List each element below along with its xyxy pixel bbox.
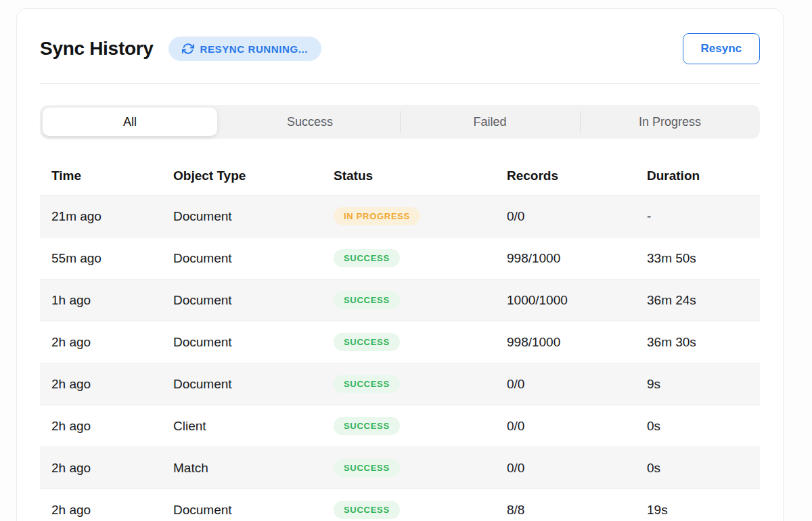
cell-time: 1h ago xyxy=(51,293,173,308)
status-badge: IN PROGRESS xyxy=(334,207,420,225)
cell-duration: 36m 24s xyxy=(647,293,760,308)
status-badge: SUCCESS xyxy=(334,459,400,477)
cell-duration: 19s xyxy=(647,503,760,518)
page-title: Sync History xyxy=(40,38,154,60)
cell-object-type: Client xyxy=(173,419,334,434)
status-badge: SUCCESS xyxy=(334,291,400,309)
table-row[interactable]: 2h ago Match SUCCESS 0/0 0s xyxy=(40,447,760,489)
cell-status: SUCCESS xyxy=(334,333,507,351)
cell-object-type: Document xyxy=(173,503,334,518)
resync-button[interactable]: Resync xyxy=(683,33,760,64)
tab-all[interactable]: All xyxy=(43,108,217,136)
status-badge: SUCCESS xyxy=(334,333,400,351)
table-row[interactable]: 2h ago Document SUCCESS 0/0 9s xyxy=(40,363,760,405)
cell-time: 21m ago xyxy=(51,209,173,224)
cell-object-type: Document xyxy=(173,209,334,224)
filter-tabbar: All Success Failed In Progress xyxy=(40,105,760,139)
column-header-records: Records xyxy=(507,168,647,183)
header-divider xyxy=(40,83,760,84)
cell-duration: 33m 50s xyxy=(647,251,760,266)
cell-records: 8/8 xyxy=(507,503,647,518)
table-row[interactable]: 21m ago Document IN PROGRESS 0/0 - xyxy=(40,195,760,237)
tab-in-progress[interactable]: In Progress xyxy=(580,105,760,139)
tab-failed[interactable]: Failed xyxy=(400,105,580,139)
cell-time: 2h ago xyxy=(51,377,173,392)
cell-records: 998/1000 xyxy=(507,251,647,266)
table-row[interactable]: 2h ago Document SUCCESS 8/8 19s xyxy=(40,489,760,521)
cell-duration: 0s xyxy=(647,419,760,434)
sync-icon xyxy=(182,43,194,55)
cell-object-type: Document xyxy=(173,251,334,266)
table-row[interactable]: 2h ago Client SUCCESS 0/0 0s xyxy=(40,405,760,447)
resync-running-label: RESYNC RUNNING... xyxy=(200,43,308,55)
cell-object-type: Document xyxy=(173,293,334,308)
cell-status: SUCCESS xyxy=(334,459,507,477)
table-row[interactable]: 2h ago Document SUCCESS 998/1000 36m 30s xyxy=(40,321,760,363)
cell-status: IN PROGRESS xyxy=(334,207,507,225)
cell-object-type: Match xyxy=(173,461,334,476)
status-badge: SUCCESS xyxy=(334,501,400,519)
cell-records: 0/0 xyxy=(507,461,647,476)
tab-success[interactable]: Success xyxy=(220,105,400,139)
sync-history-card: Sync History RESYNC RUNNING... Resync Al… xyxy=(16,8,784,521)
cell-records: 0/0 xyxy=(507,209,647,224)
cell-status: SUCCESS xyxy=(334,375,507,393)
cell-records: 0/0 xyxy=(507,377,647,392)
cell-object-type: Document xyxy=(173,335,334,350)
cell-records: 1000/1000 xyxy=(507,293,647,308)
cell-duration: - xyxy=(647,209,760,224)
column-header-object-type: Object Type xyxy=(173,168,334,183)
cell-status: SUCCESS xyxy=(334,249,507,267)
resync-running-badge: RESYNC RUNNING... xyxy=(168,37,321,61)
cell-records: 0/0 xyxy=(507,419,647,434)
column-header-status: Status xyxy=(334,168,507,183)
status-badge: SUCCESS xyxy=(334,417,400,435)
cell-time: 2h ago xyxy=(51,419,173,434)
table-row[interactable]: 55m ago Document SUCCESS 998/1000 33m 50… xyxy=(40,237,760,279)
status-badge: SUCCESS xyxy=(334,249,400,267)
column-header-duration: Duration xyxy=(647,168,760,183)
page-header: Sync History RESYNC RUNNING... Resync xyxy=(40,32,760,65)
cell-duration: 9s xyxy=(647,377,760,392)
status-badge: SUCCESS xyxy=(334,375,400,393)
cell-status: SUCCESS xyxy=(334,501,507,519)
cell-status: SUCCESS xyxy=(334,417,507,435)
column-header-time: Time xyxy=(51,168,173,183)
table-body: 21m ago Document IN PROGRESS 0/0 - 55m a… xyxy=(40,195,760,521)
sync-history-table: Time Object Type Status Records Duration… xyxy=(40,157,760,521)
cell-status: SUCCESS xyxy=(334,291,507,309)
cell-records: 998/1000 xyxy=(507,335,647,350)
table-row[interactable]: 1h ago Document SUCCESS 1000/1000 36m 24… xyxy=(40,279,760,321)
cell-time: 2h ago xyxy=(51,461,173,476)
cell-time: 55m ago xyxy=(51,251,173,266)
cell-time: 2h ago xyxy=(51,335,173,350)
cell-time: 2h ago xyxy=(51,503,173,518)
cell-duration: 36m 30s xyxy=(647,335,760,350)
table-header-row: Time Object Type Status Records Duration xyxy=(40,157,760,195)
cell-duration: 0s xyxy=(647,461,760,476)
cell-object-type: Document xyxy=(173,377,334,392)
